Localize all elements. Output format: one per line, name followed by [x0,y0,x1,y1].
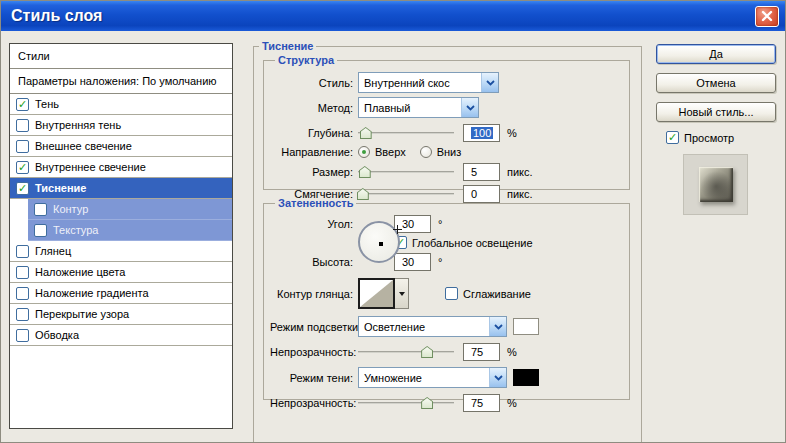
highlight-opacity-unit: % [507,346,517,358]
checkbox[interactable] [16,119,29,132]
highlight-mode-select-button[interactable] [489,317,506,336]
sidebar-item-styles[interactable]: Стили [10,44,232,69]
altitude-input[interactable]: 30 [394,253,431,271]
gloss-contour-arrow-button[interactable] [395,278,409,309]
sidebar-item[interactable]: Наложение цвета [10,262,232,283]
new-style-button[interactable]: Новый стиль... [656,102,776,122]
cancel-button[interactable]: Отмена [656,73,776,93]
checkbox[interactable] [16,329,29,342]
depth-label: Глубина: [270,127,358,139]
sidebar-item[interactable]: Текстура [28,220,232,241]
global-light-label: Глобальное освещение [412,237,533,249]
sidebar-item-blending-options[interactable]: Параметры наложения: По умолчанию [10,69,232,94]
method-select[interactable]: Плавный [358,97,479,118]
sidebar-item[interactable]: ✓Тиснение [10,178,232,199]
sidebar-item[interactable]: Обводка [10,325,232,346]
preview-toggle[interactable]: ✓ Просмотр [666,131,778,144]
method-select-button[interactable] [461,98,478,117]
ok-button[interactable]: Да [656,44,776,64]
slider-track [358,171,454,173]
size-slider-thumb[interactable] [359,166,371,178]
shadow-mode-label: Режим тени: [270,372,358,384]
chevron-down-icon [494,324,503,330]
checkbox[interactable]: ✓ [16,161,29,174]
sidebar-item[interactable]: Наложение градиента [10,283,232,304]
shadow-mode-select[interactable]: Умножение [358,367,507,388]
highlight-mode-value: Осветление [359,317,489,336]
angle-label: Угол: [270,218,358,230]
shadow-mode-value: Умножение [359,368,489,387]
size-row: Размер: 5 пикс. [270,163,629,181]
gloss-contour-picker[interactable] [358,278,409,309]
antialias-checkbox[interactable] [445,287,458,300]
style-select-value: Внутренний скос [359,73,481,92]
shadow-opacity-input[interactable]: 75 [463,394,500,412]
shadow-opacity-slider [358,396,454,410]
highlight-color-swatch[interactable] [513,318,539,335]
sidebar-item[interactable]: Контур [28,199,232,220]
checkbox[interactable]: ✓ [16,98,29,111]
style-select-button[interactable] [481,73,498,92]
shadow-opacity-label: Непрозрачность: [270,397,358,409]
sidebar-item[interactable]: Перекрытие узора [10,304,232,325]
direction-row: Направление: Вверх Вниз [270,146,629,158]
sidebar-item[interactable]: ✓Внутреннее свечение [10,157,232,178]
depth-slider-thumb[interactable] [360,127,372,139]
shadow-mode-row: Режим тени: Умножение [270,367,629,388]
gloss-contour-thumbnail[interactable] [358,278,395,309]
checkbox[interactable] [16,308,29,321]
highlight-mode-select[interactable]: Осветление [358,316,507,337]
altitude-row: Высота: 30 ° [270,253,629,271]
slider-track [358,402,454,404]
shadow-opacity-value: 75 [471,397,483,409]
preview-checkbox[interactable]: ✓ [666,131,679,144]
sidebar-item[interactable]: Глянец [10,241,232,262]
size-input[interactable]: 5 [463,163,500,181]
highlight-opacity-slider [358,345,454,359]
angle-dial[interactable] [358,221,400,263]
checkbox[interactable] [16,140,29,153]
shadow-color-swatch[interactable] [513,369,539,386]
slider-track [358,351,454,353]
depth-input[interactable]: 100 [463,124,500,142]
angle-value: 30 [402,218,414,230]
highlight-mode-label: Режим подсветки: [270,321,358,333]
style-select[interactable]: Внутренний скос [358,72,499,93]
sidebar-item[interactable]: Внешнее свечение [10,136,232,157]
close-button[interactable] [755,6,779,27]
title-bar[interactable]: Стиль слоя [1,1,785,31]
angle-dial-center-dot [379,242,383,246]
highlight-opacity-value: 75 [471,346,483,358]
main-panel: Тиснение Структура Стиль: Внутренний ско… [253,31,643,443]
checkbox[interactable]: ✓ [16,182,29,195]
sidebar-item-label: Текстура [53,224,98,236]
sidebar-item[interactable]: ✓Тень [10,94,232,115]
sidebar-item-label: Перекрытие узора [35,308,129,320]
shadow-mode-select-button[interactable] [489,368,506,387]
checkbox[interactable] [16,287,29,300]
size-unit: пикс. [507,166,533,178]
shading-group: Затененность Угол: 30 ° [263,197,630,400]
global-light-row: ✓ Глобальное освещение [270,236,629,249]
sidebar-item-label: Наложение цвета [35,266,125,278]
crosshair-icon [393,225,402,234]
direction-down-radio[interactable] [420,146,432,158]
highlight-opacity-row: Непрозрачность: 75 % [270,343,629,361]
shading-legend: Затененность [275,197,356,209]
shadow-opacity-slider-thumb[interactable] [421,397,433,409]
gloss-contour-row: Контур глянца: Сглаживание [270,278,629,309]
action-column: Да Отмена Новый стиль... ✓ Просмотр [656,44,778,215]
bevel-emboss-group: Тиснение Структура Стиль: Внутренний ско… [253,40,642,443]
direction-up-label: Вверх [375,146,406,158]
highlight-opacity-slider-thumb[interactable] [421,346,433,358]
direction-up-radio[interactable] [358,146,370,158]
sidebar-item[interactable]: Внутренняя тень [10,115,232,136]
sidebar-item-label: Глянец [35,245,71,257]
checkbox[interactable] [16,245,29,258]
checkbox[interactable] [34,203,47,216]
highlight-opacity-input[interactable]: 75 [463,343,500,361]
checkbox[interactable] [34,224,47,237]
sidebar-item-label: Обводка [35,329,79,341]
checkbox[interactable] [16,266,29,279]
window-title: Стиль слоя [11,7,755,25]
